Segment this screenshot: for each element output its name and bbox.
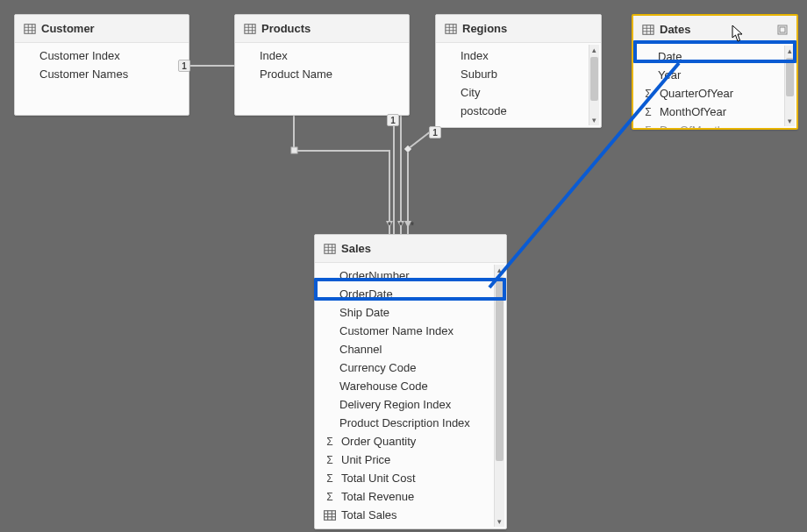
sigma-icon: Σ (324, 472, 336, 485)
sigma-icon: Σ (324, 454, 336, 466)
field-list-customer: Customer Index Customer Names (15, 43, 189, 87)
scrollbar[interactable]: ▴ ▾ (589, 45, 599, 125)
scroll-thumb[interactable] (786, 58, 794, 96)
field-sales-totalsales[interactable]: Total Sales (315, 506, 506, 524)
scroll-up-icon[interactable]: ▴ (589, 45, 599, 55)
field-dates-dayofmonth[interactable]: ΣDayOfMonth (633, 121, 796, 128)
scroll-thumb[interactable] (590, 57, 598, 101)
table-title: Regions (462, 22, 507, 35)
field-sales-customernameindex[interactable]: Customer Name Index (315, 322, 506, 340)
svg-rect-0 (291, 147, 297, 153)
scroll-thumb[interactable] (496, 277, 503, 461)
highlight-sales-orderdate (314, 278, 506, 301)
table-header-regions[interactable]: Regions (436, 15, 601, 43)
table-icon (642, 24, 654, 36)
field-dates-year[interactable]: Year (633, 66, 796, 84)
svg-rect-1 (25, 24, 35, 33)
table-products[interactable]: Products Index Product Name (234, 14, 410, 116)
field-sales-productdescriptionindex[interactable]: Product Description Index (315, 414, 506, 432)
field-dates-quarterofyear[interactable]: ΣQuarterOfYear (633, 84, 796, 103)
sigma-icon: Σ (642, 124, 654, 129)
field-customer-index[interactable]: Customer Index (15, 46, 189, 65)
cardinality-one: 1 (429, 126, 441, 138)
table-icon (445, 23, 457, 35)
cardinality-many: * (383, 219, 396, 231)
highlight-dates-date (633, 40, 796, 63)
cardinality-many: * (395, 219, 407, 231)
table-dates[interactable]: Dates Date Year ΣQuarterOfYear ΣMonthOfY… (632, 14, 798, 130)
scroll-down-icon[interactable]: ▾ (495, 516, 504, 527)
field-products-product-name[interactable]: Product Name (235, 65, 409, 83)
svg-rect-16 (643, 25, 653, 34)
expand-icon[interactable] (777, 25, 788, 35)
sigma-icon: Σ (324, 491, 336, 503)
table-icon (244, 23, 256, 35)
field-sales-orderquantity[interactable]: ΣOrder Quantity (315, 432, 506, 450)
field-list-products: Index Product Name (235, 43, 409, 87)
scroll-down-icon[interactable]: ▾ (785, 116, 795, 126)
scroll-down-icon[interactable]: ▾ (589, 115, 599, 125)
field-products-index[interactable]: Index (235, 46, 409, 65)
table-icon (324, 509, 336, 521)
field-sales-warehousecode[interactable]: Warehouse Code (315, 377, 506, 395)
svg-rect-22 (780, 27, 785, 32)
field-sales-totalunitcost[interactable]: ΣTotal Unit Cost (315, 469, 506, 487)
field-regions-suburb[interactable]: Suburb (436, 65, 601, 83)
field-sales-shipdate[interactable]: Ship Date (315, 303, 506, 322)
sigma-icon: Σ (642, 106, 654, 118)
cardinality-one: 1 (387, 114, 399, 126)
scrollbar[interactable]: ▴ ▾ (494, 265, 504, 527)
field-regions-longitude[interactable]: Longitude (436, 120, 601, 125)
table-icon (24, 23, 36, 35)
field-sales-deliveryregionindex[interactable]: Delivery Region Index (315, 395, 506, 414)
model-canvas[interactable]: Customer Customer Index Customer Names 1… (0, 0, 807, 532)
field-list-regions: Index Suburb City postcode Longitude (436, 43, 601, 125)
svg-rect-6 (245, 24, 255, 33)
table-regions[interactable]: Regions Index Suburb City postcode Longi… (435, 14, 602, 128)
table-title: Sales (341, 242, 371, 255)
field-sales-totalrevenue[interactable]: ΣTotal Revenue (315, 487, 506, 506)
field-sales-unitprice[interactable]: ΣUnit Price (315, 450, 506, 469)
cardinality-one: 1 (178, 60, 190, 72)
field-list-sales: OrderNumber OrderDate Ship Date Customer… (315, 263, 506, 528)
field-regions-index[interactable]: Index (436, 46, 601, 65)
table-title: Products (261, 22, 311, 35)
svg-rect-23 (325, 244, 335, 253)
table-icon (324, 243, 336, 255)
table-header-customer[interactable]: Customer (15, 15, 189, 43)
scroll-up-icon[interactable]: ▴ (495, 265, 504, 275)
field-sales-channel[interactable]: Channel (315, 340, 506, 358)
svg-rect-28 (325, 510, 336, 520)
table-title: Customer (41, 22, 95, 35)
table-customer[interactable]: Customer Customer Index Customer Names (14, 14, 189, 116)
svg-rect-11 (446, 24, 456, 33)
field-regions-city[interactable]: City (436, 83, 601, 102)
table-title: Dates (660, 23, 690, 36)
sigma-icon: Σ (642, 88, 654, 100)
sigma-icon: Σ (324, 436, 336, 448)
field-customer-names[interactable]: Customer Names (15, 65, 189, 83)
field-sales-currencycode[interactable]: Currency Code (315, 358, 506, 377)
cardinality-many: * (406, 219, 418, 231)
table-header-sales[interactable]: Sales (315, 235, 506, 263)
field-regions-postcode[interactable]: postcode (436, 102, 601, 120)
field-dates-monthofyear[interactable]: ΣMonthOfYear (633, 103, 796, 121)
table-header-products[interactable]: Products (235, 15, 409, 43)
